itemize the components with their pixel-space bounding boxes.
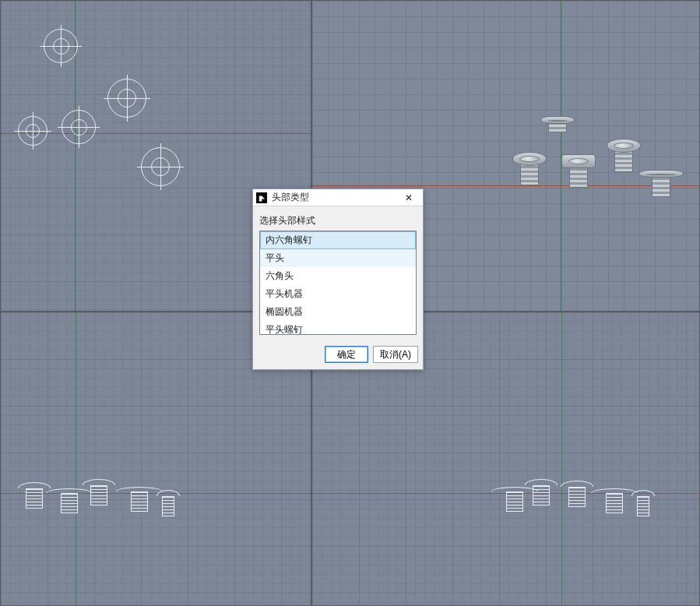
bolt-wireframe [116, 487, 163, 512]
bolt-shaded [512, 152, 547, 185]
list-item[interactable]: 内六角螺钉 [260, 231, 416, 249]
bolt-wireframe [107, 79, 146, 118]
list-item[interactable]: 六角头 [260, 267, 416, 285]
bolt-wireframe [18, 116, 47, 146]
bolt-shaded [607, 139, 641, 172]
dialog-title: 头部类型 [272, 191, 398, 204]
bolt-wireframe [561, 481, 593, 507]
bolt-shaded [540, 116, 575, 132]
bolt-wireframe [141, 147, 180, 186]
bolt-wireframe [631, 490, 655, 516]
list-item[interactable]: 椭圆机器 [260, 303, 416, 321]
dialog-titlebar[interactable]: 头部类型 ✕ [253, 189, 423, 206]
close-button[interactable]: ✕ [398, 190, 420, 206]
head-style-listbox[interactable]: 内六角螺钉 平头 六角头 平头机器 椭圆机器 平头螺钉 没有螺栓头部,只有螺纹 [259, 231, 417, 335]
bolt-shaded [638, 170, 684, 197]
bolt-shaded [561, 154, 596, 188]
bolt-wireframe [591, 488, 638, 513]
app-icon [256, 192, 267, 203]
bolt-wireframe [83, 479, 115, 506]
bolt-wireframe [44, 29, 78, 63]
list-item[interactable]: 平头螺钉 [260, 321, 416, 335]
dialog-button-row: 确定 取消(A) [253, 341, 423, 369]
bolt-wireframe [157, 490, 180, 516]
cancel-button[interactable]: 取消(A) [373, 346, 418, 363]
head-type-dialog: 头部类型 ✕ 选择头部样式 内六角螺钉 平头 六角头 平头机器 椭圆机器 平头螺… [252, 188, 424, 370]
bolt-wireframe [62, 110, 96, 144]
dialog-body: 选择头部样式 内六角螺钉 平头 六角头 平头机器 椭圆机器 平头螺钉 没有螺栓头… [253, 206, 423, 341]
ok-button[interactable]: 确定 [325, 346, 368, 363]
close-icon: ✕ [405, 192, 413, 203]
list-item[interactable]: 平头机器 [260, 285, 416, 303]
bolt-wireframe [525, 479, 558, 506]
select-head-style-label: 选择头部样式 [259, 214, 417, 227]
axis-y [561, 312, 562, 605]
list-item[interactable]: 平头 [260, 249, 416, 267]
axis-y [76, 312, 76, 605]
